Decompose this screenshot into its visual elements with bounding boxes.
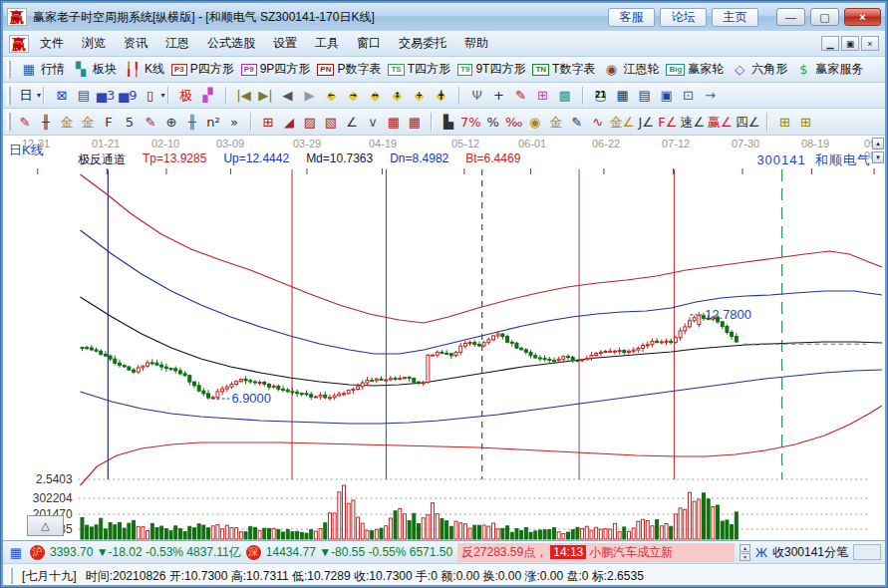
kline-button[interactable]: ╽╿K线 (124, 60, 164, 79)
grid-yellow-b-button[interactable]: ⊞ (796, 113, 814, 132)
more-tools-button[interactable]: » (225, 113, 243, 132)
annotate-pen-button[interactable]: ✎ (512, 86, 530, 105)
maximize-button[interactable]: ▢ (810, 8, 839, 26)
zigzag-button[interactable]: ∨ (364, 113, 382, 132)
menu-item-6[interactable]: 设置 (264, 33, 306, 53)
menu-item-8[interactable]: 窗口 (348, 33, 390, 53)
gold-circle-button[interactable]: ◉ (526, 113, 544, 132)
winner-service-button[interactable]: $赢家服务 (794, 60, 863, 79)
wave-tool-button[interactable]: ∿ (589, 113, 607, 132)
last-bar-button[interactable]: ▶| (257, 86, 275, 105)
volume-pane-toggle-button[interactable]: △ (27, 515, 64, 536)
gold-angle-button[interactable]: 金∠ (610, 113, 635, 132)
p-square-button[interactable]: P3P四方形 (171, 61, 234, 78)
pattern-button[interactable]: ▩ (556, 86, 574, 105)
speed-angle-button[interactable]: 速∠ (680, 113, 705, 132)
crosshair-button[interactable]: + (490, 86, 508, 105)
child-restore-button[interactable]: ▣ (841, 36, 859, 51)
send-button[interactable]: → (702, 86, 720, 105)
gann-grid-button[interactable]: ▨ (301, 113, 319, 132)
t-table-button[interactable]: TNT数字表 (532, 61, 595, 78)
window-copy-button[interactable]: ⊡ (680, 86, 698, 105)
gann-box-button[interactable]: ⊞ (259, 113, 277, 132)
column-measure-button[interactable]: ▙ (440, 113, 457, 132)
gann-fan-button[interactable]: ◢ (280, 113, 298, 132)
save-button[interactable]: ▣ (658, 86, 676, 105)
j-angle-button[interactable]: J∠ (637, 113, 655, 132)
kline-chart[interactable]: 2.540330220420147010073512.78006.9000 (3, 166, 885, 541)
draw-pen-button[interactable]: ✎ (16, 113, 34, 132)
menu-item-3[interactable]: 资讯 (115, 33, 156, 53)
next-bar-button[interactable]: ▶ (301, 86, 319, 105)
angle-line-button[interactable]: ∠ (343, 113, 361, 132)
cycle-both-button[interactable]: ◆↔ (367, 86, 385, 105)
bars-3-button[interactable]: ▅3 (97, 86, 115, 105)
red-grid-a-button[interactable]: ▦ (385, 113, 403, 132)
spiral-button[interactable]: 5 (121, 113, 139, 132)
permille-button[interactable]: ‰ (505, 113, 523, 132)
cycle-all-button[interactable]: ◆╋ (433, 86, 450, 105)
calendar-button[interactable]: ▢21 (592, 86, 610, 105)
minimize-button[interactable]: — (776, 8, 805, 26)
si-angle-button[interactable]: 四∠ (736, 113, 760, 132)
notepad-button[interactable]: ▤ (636, 86, 654, 105)
measure-pen-button[interactable]: ✎ (568, 113, 586, 132)
f-angle-button[interactable]: F∠ (658, 113, 677, 132)
forum-button[interactable]: 论坛 (660, 8, 707, 27)
quote-table-icon[interactable]: ▦ (7, 543, 25, 562)
9t-square-button[interactable]: T99T四方形 (457, 61, 525, 78)
ticker-up-button[interactable]: ▲ (740, 544, 750, 552)
cycle-left-button[interactable]: ◆← (323, 86, 341, 105)
chart-scroll-down-button[interactable]: ▾ (872, 151, 884, 163)
menu-item-5[interactable]: 公式选股 (198, 33, 264, 53)
cycle-vert-button[interactable]: ◆↕ (389, 86, 407, 105)
menu-item-2[interactable]: 浏览 (73, 33, 115, 53)
sectors-button[interactable]: ▚板块 (72, 60, 117, 79)
cycle-cross-button[interactable]: ◆+ (411, 86, 429, 105)
period-dropdown-button[interactable]: 日▾ (17, 86, 35, 105)
percent-red-button[interactable]: 7% (460, 113, 481, 132)
p-table-button[interactable]: PNP数字表 (317, 61, 381, 78)
colored-kline-button[interactable]: ▞ (199, 86, 217, 105)
bars-9-button[interactable]: ▅9 (119, 86, 137, 105)
gold-grid-a-button[interactable]: 金 (58, 113, 76, 132)
gold-line-button[interactable]: 金 (547, 113, 565, 132)
hexagon-button[interactable]: ◇六角形 (731, 60, 787, 79)
customer-service-button[interactable]: 客服 (608, 8, 655, 27)
n-square-button[interactable]: n² (204, 113, 222, 132)
fan-box-button[interactable]: ▧ (322, 113, 340, 132)
menu-item-7[interactable]: 工具 (306, 33, 348, 53)
cycle-right-button[interactable]: ◆→ (345, 86, 363, 105)
child-minimize-button[interactable]: ▁ (821, 36, 839, 51)
ticker-down-button[interactable]: ▼ (740, 553, 750, 561)
menu-item-1[interactable]: 文件 (31, 33, 73, 53)
double-grid-button[interactable]: ╫ (183, 113, 201, 132)
quotes-button[interactable]: ▦行情 (20, 60, 65, 79)
percent-button[interactable]: % (484, 113, 502, 132)
child-close-button[interactable]: × (861, 36, 879, 51)
chart-scroll-up-button[interactable]: ▴ (872, 138, 884, 149)
calculator-button[interactable]: ▦ (614, 86, 632, 105)
close-button[interactable]: × (844, 8, 881, 26)
t-square-button[interactable]: TST四方形 (388, 61, 450, 78)
gold-grid-b-button[interactable]: 金 (79, 113, 97, 132)
9p-square-button[interactable]: P99P四方形 (241, 61, 310, 78)
network-view-button[interactable]: ⊠ (53, 86, 71, 105)
prev-bar-button[interactable]: ◀ (279, 86, 297, 105)
menu-item-9[interactable]: 交易委托 (390, 33, 455, 53)
gann-wheel-button[interactable]: ◉江恩轮 (602, 60, 659, 79)
menu-item-10[interactable]: 帮助 (455, 33, 497, 53)
candle-style-dropdown-button[interactable]: ▯▾ (142, 86, 159, 105)
price-grid-button[interactable]: ╫ (37, 113, 55, 132)
winner-wheel-button[interactable]: Big赢家轮 (666, 61, 724, 78)
homepage-button[interactable]: 主页 (712, 8, 758, 27)
first-bar-button[interactable]: |◀ (235, 86, 253, 105)
win-angle-button[interactable]: 赢∠ (708, 113, 733, 132)
marker-pen-button[interactable]: ✎ (142, 113, 159, 132)
fibonacci-button[interactable]: F (100, 113, 118, 132)
quote-list-button[interactable]: ▤ (75, 86, 93, 105)
jifan-channel-button[interactable]: 极 (177, 86, 195, 105)
pan-hand-button[interactable]: Ψ (468, 86, 486, 105)
grid-yellow-a-button[interactable]: ⊞ (775, 113, 793, 132)
pink-grid-button[interactable]: ⊞ (534, 86, 552, 105)
